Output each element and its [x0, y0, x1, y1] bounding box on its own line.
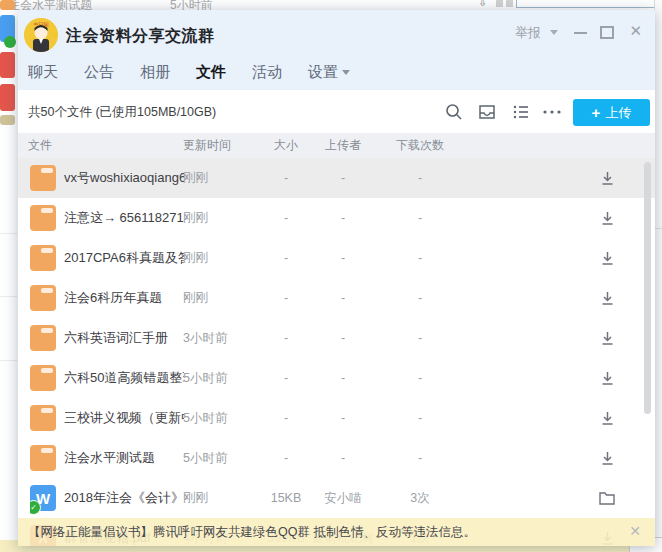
download-icon[interactable] — [592, 358, 622, 398]
tab-文件[interactable]: 文件 — [196, 58, 226, 90]
file-uploader: - — [303, 278, 383, 318]
file-download-count: - — [380, 198, 460, 238]
background-file-time: 5小时前 — [170, 0, 213, 10]
column-header-time: 更新时间 — [183, 133, 247, 158]
open-folder-icon[interactable] — [592, 478, 622, 518]
background-window-edge — [654, 0, 662, 552]
folder-icon — [30, 158, 56, 198]
avatar-cartoon: 中日知 — [24, 18, 58, 52]
download-icon: ⇩ — [478, 0, 487, 9]
minimize-button[interactable] — [574, 32, 587, 34]
file-updated-time: 5小时前 — [183, 398, 247, 438]
file-updated-time: 3小时前 — [183, 318, 247, 358]
file-uploader: - — [303, 198, 383, 238]
file-download-count: 3次 — [380, 478, 460, 518]
table-row[interactable]: 注会水平测试题 5小时前 - - - — [18, 438, 655, 478]
download-icon[interactable] — [592, 158, 622, 198]
group-avatar[interactable]: 中日知 — [24, 18, 58, 52]
search-icon[interactable] — [444, 102, 464, 122]
file-name: 六科50道高频错题整理 — [64, 358, 184, 398]
scrollbar-thumb[interactable] — [644, 162, 651, 414]
folder-icon — [30, 238, 56, 278]
divider — [0, 296, 17, 297]
table-row[interactable]: 注意这→ 656118271 qq... 刚刚 - - - — [18, 198, 655, 238]
pdf-file-icon — [0, 52, 15, 78]
download-icon[interactable] — [592, 398, 622, 438]
upload-button[interactable]: + 上传 — [573, 99, 650, 126]
column-header-uploader: 上传者 — [303, 133, 383, 158]
group-file-window: 中日知 注会资料分享交流群 举报 ✕ 聊天公告相册文件活动设置 共50个文件 (… — [18, 10, 655, 546]
table-header: 文件 更新时间 大小 上传者 下载次数 — [18, 133, 655, 158]
file-download-count: - — [380, 398, 460, 438]
download-icon[interactable] — [592, 198, 622, 238]
file-uploader: - — [303, 158, 383, 198]
screen: 注会水平测试题 5小时前 ⇩ 中日知 — [0, 0, 662, 552]
notice-banner: 【网络正能量倡议书】腾讯呼吁网友共建绿色QQ群 抵制色情、反动等违法信息。 ✕ — [18, 518, 655, 546]
table-row[interactable]: 2017CPA6科真题及答案... 刚刚 - - - — [18, 238, 655, 278]
plus-icon: + — [592, 105, 601, 120]
file-uploader: - — [303, 398, 383, 438]
folder-icon — [30, 318, 56, 358]
file-count-summary: 共50个文件 (已使用105MB/10GB) — [28, 104, 216, 121]
table-row[interactable]: 六科50道高频错题整理 5小时前 - - - — [18, 358, 655, 398]
download-icon[interactable] — [592, 438, 622, 478]
table-row[interactable]: vx号woshixiaoqiang6666 刚刚 - - - — [18, 158, 655, 198]
column-header-downloads: 下载次数 — [380, 133, 460, 158]
upload-label: 上传 — [605, 104, 631, 122]
file-uploader: 安小喵 — [303, 478, 383, 518]
file-name: 六科英语词汇手册 — [64, 318, 184, 358]
download-icon[interactable] — [592, 238, 622, 278]
file-updated-time: 刚刚 — [183, 238, 247, 278]
file-updated-time: 刚刚 — [183, 478, 247, 518]
check-badge-icon: ✓ — [30, 500, 41, 515]
file-name: 注会6科历年真题 — [64, 278, 184, 318]
table-row[interactable]: 三校讲义视频（更新中） 5小时前 - - - — [18, 398, 655, 438]
file-name: 注意这→ 656118271 qq... — [64, 198, 184, 238]
file-name: 2018年注会《会计》科... — [64, 478, 184, 518]
background-scroll-fragment — [496, 0, 503, 7]
background-scroll-fragment — [506, 0, 513, 7]
maximize-button[interactable] — [600, 26, 614, 39]
folder-icon — [30, 198, 56, 238]
close-button[interactable]: ✕ — [629, 23, 642, 38]
notice-text: 【网络正能量倡议书】腾讯呼吁网友共建绿色QQ群 抵制色情、反动等违法信息。 — [28, 524, 476, 541]
file-updated-time: 刚刚 — [183, 158, 247, 198]
inbox-icon[interactable] — [477, 102, 497, 122]
check-badge-icon — [4, 36, 16, 48]
tab-bar: 聊天公告相册文件活动设置 — [28, 58, 376, 90]
table-row[interactable]: 六科英语词汇手册 3小时前 - - - — [18, 318, 655, 358]
tab-聊天[interactable]: 聊天 — [28, 58, 58, 90]
file-uploader: - — [303, 438, 383, 478]
close-icon[interactable]: ✕ — [629, 523, 641, 539]
file-updated-time: 刚刚 — [183, 278, 247, 318]
file-download-count: - — [380, 438, 460, 478]
more-icon[interactable] — [540, 102, 560, 122]
download-icon[interactable] — [592, 278, 622, 318]
download-icon[interactable] — [592, 318, 622, 358]
group-title: 注会资料分享交流群 — [66, 26, 215, 47]
file-name: vx号woshixiaoqiang6666 — [64, 158, 184, 198]
file-updated-time: 5小时前 — [183, 358, 247, 398]
tab-设置[interactable]: 设置 — [308, 58, 350, 90]
column-header-file: 文件 — [28, 133, 52, 158]
file-uploader: - — [303, 358, 383, 398]
table-row[interactable]: 注会6科历年真题 刚刚 - - - — [18, 278, 655, 318]
file-uploader: - — [303, 238, 383, 278]
file-updated-time: 刚刚 — [183, 198, 247, 238]
tab-相册[interactable]: 相册 — [140, 58, 170, 90]
folder-icon — [30, 358, 56, 398]
folder-icon — [30, 278, 56, 318]
table-row[interactable]: W✓ 2018年注会《会计》科... 刚刚 15KB 安小喵 3次 — [18, 478, 655, 518]
chevron-down-icon[interactable] — [550, 30, 558, 35]
list-view-icon[interactable] — [511, 102, 531, 122]
tab-公告[interactable]: 公告 — [84, 58, 114, 90]
report-button[interactable]: 举报 — [515, 24, 541, 42]
chevron-down-icon — [342, 70, 350, 75]
file-updated-time: 5小时前 — [183, 438, 247, 478]
folder-icon — [0, 0, 15, 10]
divider — [0, 233, 17, 234]
file-uploader: - — [303, 318, 383, 358]
file-download-count: - — [380, 358, 460, 398]
background-file-row: 注会水平测试题 5小时前 ⇩ — [0, 0, 662, 10]
tab-活动[interactable]: 活动 — [252, 58, 282, 90]
